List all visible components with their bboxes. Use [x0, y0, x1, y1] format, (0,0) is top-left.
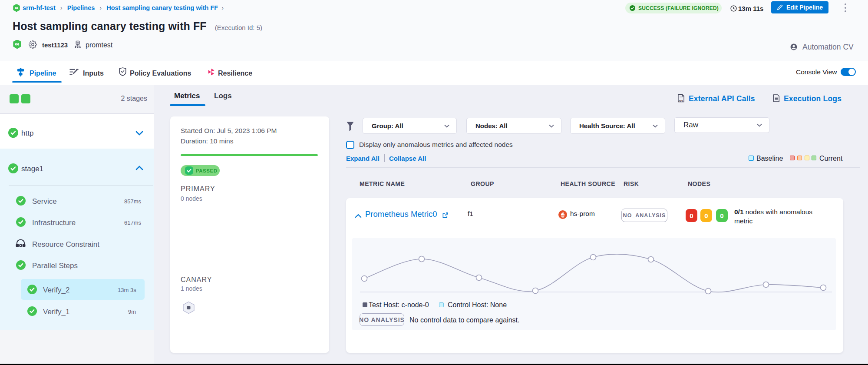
svg-text:API: API	[678, 99, 683, 102]
